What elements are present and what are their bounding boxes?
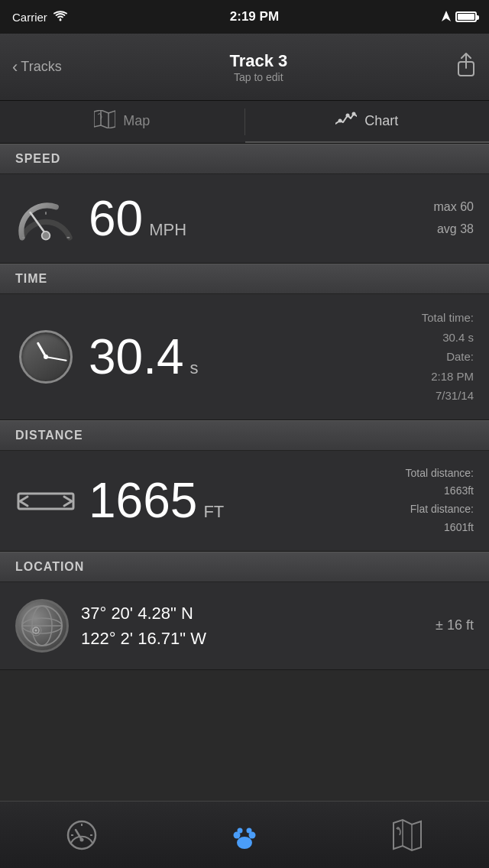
- location-metric-row: 37° 20' 4.28" N 122° 2' 16.71" W ± 16 ft: [0, 582, 489, 670]
- svg-point-19: [35, 629, 37, 631]
- distance-icon-container: [15, 470, 76, 531]
- clock-face: [19, 330, 73, 384]
- bottom-tab-paw[interactable]: [228, 818, 261, 852]
- flat-dist-label: Flat distance:: [406, 500, 474, 519]
- distance-unit: FT: [203, 502, 224, 522]
- svg-point-35: [397, 828, 399, 830]
- svg-point-27: [237, 837, 252, 849]
- view-tab-bar: Map Chart: [0, 101, 489, 144]
- bottom-tab-map[interactable]: [390, 818, 424, 852]
- svg-marker-32: [393, 820, 421, 850]
- speedometer-gauge-icon: [15, 188, 76, 249]
- svg-point-9: [42, 231, 50, 239]
- map-tab-label: Map: [123, 113, 150, 129]
- coord-lat: 37° 20' 4.28" N: [81, 601, 423, 626]
- svg-point-7: [352, 112, 356, 116]
- location-section-header: LOCATION: [0, 552, 489, 582]
- back-label: Tracks: [21, 59, 61, 75]
- svg-point-30: [237, 828, 242, 833]
- speed-value-group: 60 MPH: [89, 194, 422, 243]
- wifi-icon: [53, 11, 67, 24]
- svg-marker-2: [94, 110, 115, 128]
- status-time: 2:19 PM: [230, 9, 279, 24]
- speed-section-header: SPEED: [0, 144, 489, 174]
- time-metric-row: 30.4 s Total time: 30.4 s Date: 2:18 PM …: [0, 294, 489, 420]
- svg-point-5: [338, 119, 342, 123]
- total-time-label: Total time:: [422, 308, 474, 328]
- coordinates-display: 37° 20' 4.28" N 122° 2' 16.71" W: [81, 601, 423, 651]
- speed-stats: max 60 avg 38: [434, 196, 474, 241]
- time-value-group: 30.4 s: [89, 332, 410, 381]
- back-button[interactable]: ‹ Tracks: [12, 57, 62, 77]
- tab-map[interactable]: Map: [0, 101, 244, 143]
- svg-point-6: [346, 114, 350, 118]
- speed-avg: avg 38: [434, 219, 474, 241]
- nav-bar: ‹ Tracks Track 3 Tap to edit: [0, 34, 489, 101]
- nav-title-main: Track 3: [229, 51, 287, 71]
- status-bar: Carrier 2:19 PM: [0, 0, 489, 34]
- speed-value: 60: [89, 194, 143, 243]
- nav-title-sub[interactable]: Tap to edit: [229, 71, 287, 83]
- date-label: Date:: [422, 347, 474, 367]
- speed-max: max 60: [434, 196, 474, 219]
- share-button[interactable]: [455, 53, 477, 82]
- status-right: [442, 11, 477, 24]
- time-section-header: TIME: [0, 264, 489, 294]
- distance-value: 1665: [89, 476, 197, 525]
- date-day: 7/31/14: [422, 386, 474, 406]
- total-dist-label: Total distance:: [406, 465, 474, 483]
- chart-tab-icon: [335, 112, 357, 131]
- nav-title-container: Track 3 Tap to edit: [229, 51, 287, 83]
- time-value: 30.4: [89, 332, 184, 381]
- clock-minute-hand: [46, 356, 67, 361]
- speed-metric-row: 60 MPH max 60 avg 38: [0, 174, 489, 264]
- clock-icon-container: [15, 326, 76, 387]
- chart-tab-label: Chart: [364, 113, 398, 129]
- carrier-label: Carrier: [12, 11, 47, 24]
- distance-section-header: DISTANCE: [0, 420, 489, 451]
- location-accuracy: ± 16 ft: [436, 617, 474, 633]
- svg-point-31: [246, 828, 251, 833]
- coord-lon: 122° 2' 16.71" W: [81, 626, 423, 651]
- total-time-value: 30.4 s: [422, 328, 474, 348]
- distance-metric-row: 1665 FT Total distance: 1663ft Flat dist…: [0, 451, 489, 552]
- back-chevron-icon: ‹: [12, 57, 18, 77]
- svg-point-23: [79, 837, 83, 841]
- speed-unit: MPH: [149, 220, 186, 240]
- location-arrow-icon: [442, 11, 451, 24]
- map-tab-icon: [94, 110, 115, 132]
- globe-icon: [15, 599, 69, 653]
- distance-value-group: 1665 FT: [89, 476, 393, 525]
- bottom-tab-bar: [0, 801, 489, 868]
- time-meta-info: Total time: 30.4 s Date: 2:18 PM 7/31/14: [422, 308, 474, 406]
- time-unit: s: [190, 358, 199, 378]
- bottom-tab-speedometer[interactable]: [65, 818, 99, 852]
- tab-chart[interactable]: Chart: [245, 101, 490, 143]
- clock-center-dot: [44, 355, 48, 359]
- distance-stats: Total distance: 1663ft Flat distance: 16…: [406, 465, 474, 537]
- svg-point-0: [59, 18, 61, 21]
- status-left: Carrier: [12, 11, 67, 24]
- total-dist-value: 1663ft: [406, 482, 474, 500]
- flat-dist-value: 1601ft: [406, 519, 474, 537]
- date-value: 2:18 PM: [422, 367, 474, 387]
- battery-icon: [455, 11, 477, 22]
